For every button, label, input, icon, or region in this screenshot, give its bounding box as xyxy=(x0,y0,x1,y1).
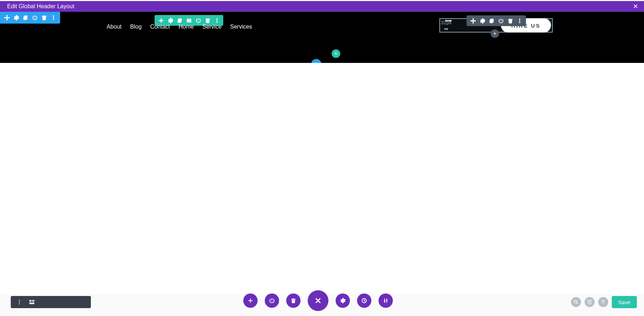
bottom-left-toolbar xyxy=(11,296,91,308)
padding-left-label: 32px xyxy=(441,20,452,32)
svg-rect-12 xyxy=(29,300,31,302)
header-section[interactable]: About Blog Contact Home Service Services… xyxy=(0,12,644,63)
svg-point-7 xyxy=(519,20,520,21)
move-icon[interactable] xyxy=(2,13,11,23)
add-module-button[interactable]: + xyxy=(491,29,499,38)
duplicate-icon[interactable] xyxy=(487,16,496,25)
trash-icon[interactable] xyxy=(506,16,515,25)
nav-item-blog[interactable]: Blog xyxy=(130,24,142,30)
svg-point-4 xyxy=(216,20,218,21)
duplicate-icon[interactable] xyxy=(21,13,30,23)
module-toolbar xyxy=(467,15,526,26)
close-icon[interactable]: ✕ xyxy=(631,3,640,10)
power-icon[interactable] xyxy=(30,13,39,23)
power-icon[interactable] xyxy=(496,16,506,25)
more-icon[interactable] xyxy=(14,297,25,307)
gear-button[interactable] xyxy=(336,293,350,308)
svg-rect-16 xyxy=(55,300,60,303)
canvas-area[interactable] xyxy=(0,63,644,294)
move-icon[interactable] xyxy=(468,16,478,25)
nav-item-about[interactable]: About xyxy=(107,24,122,30)
svg-point-10 xyxy=(19,302,20,303)
nav-menu: About Blog Contact Home Service Services xyxy=(107,24,252,30)
gear-icon[interactable] xyxy=(11,13,21,23)
svg-rect-18 xyxy=(81,300,83,305)
nav-item-contact[interactable]: Contact xyxy=(150,24,170,30)
nav-item-home[interactable]: Home xyxy=(179,24,194,30)
search-button[interactable] xyxy=(571,297,581,307)
trash-button[interactable] xyxy=(286,293,301,308)
svg-point-8 xyxy=(519,22,520,23)
svg-point-15 xyxy=(42,300,45,303)
wireframe-icon[interactable] xyxy=(26,297,37,307)
tablet-icon[interactable] xyxy=(64,297,75,307)
svg-point-3 xyxy=(216,18,218,19)
nav-item-service[interactable]: Service xyxy=(203,24,221,30)
topbar-title: Edit Global Header Layout xyxy=(7,3,631,10)
bottom-right-toolbar: ? Save xyxy=(571,296,637,308)
svg-point-2 xyxy=(53,19,54,20)
more-icon[interactable] xyxy=(515,16,524,25)
add-row-button[interactable]: + xyxy=(332,49,340,58)
svg-point-9 xyxy=(19,300,20,301)
bottom-center-toolbar xyxy=(243,290,393,311)
svg-point-20 xyxy=(384,300,385,302)
phone-icon[interactable] xyxy=(77,297,88,307)
svg-rect-14 xyxy=(29,302,34,304)
add-button[interactable] xyxy=(243,293,258,308)
global-header-topbar: Edit Global Header Layout ✕ xyxy=(0,1,644,12)
more-icon[interactable] xyxy=(49,13,58,23)
svg-point-21 xyxy=(386,300,387,301)
svg-point-5 xyxy=(216,21,218,23)
gear-icon[interactable] xyxy=(478,16,487,25)
sliders-button[interactable] xyxy=(379,293,393,308)
help-button[interactable]: ? xyxy=(598,297,608,307)
close-builder-button[interactable] xyxy=(308,290,328,311)
link-icon xyxy=(441,26,452,32)
nav-item-services[interactable]: Services xyxy=(230,24,252,30)
svg-point-6 xyxy=(519,19,520,20)
svg-point-1 xyxy=(53,17,54,18)
power-button[interactable] xyxy=(265,293,279,308)
svg-point-0 xyxy=(53,15,54,16)
svg-rect-13 xyxy=(32,300,34,302)
save-button[interactable]: Save xyxy=(612,296,637,308)
section-toolbar xyxy=(0,12,60,24)
svg-point-11 xyxy=(19,303,20,305)
svg-rect-17 xyxy=(68,300,72,305)
zoom-icon[interactable] xyxy=(39,297,50,307)
svg-point-22 xyxy=(574,300,577,303)
trash-icon[interactable] xyxy=(39,13,49,23)
desktop-icon[interactable] xyxy=(52,297,63,307)
history-button[interactable] xyxy=(357,293,371,308)
layers-button[interactable] xyxy=(585,297,595,307)
